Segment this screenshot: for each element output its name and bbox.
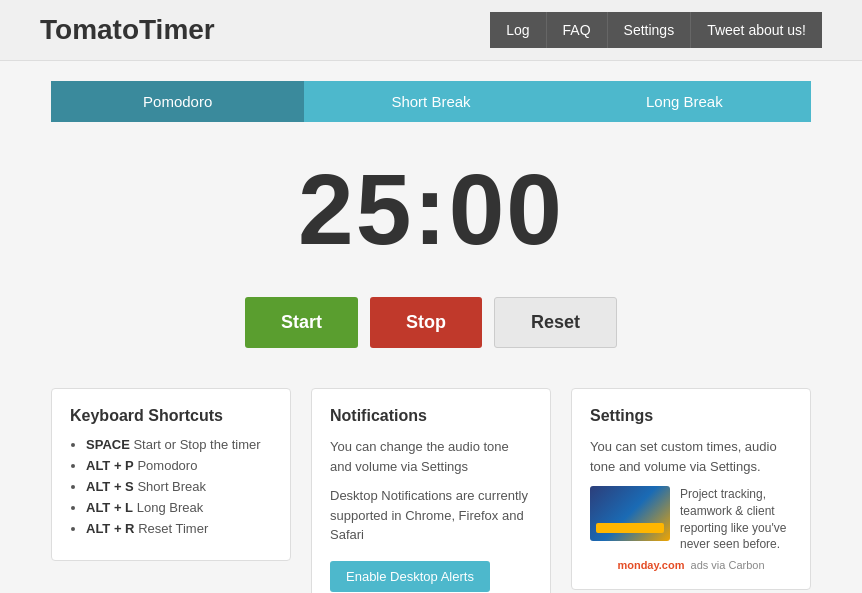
- shortcuts-title: Keyboard Shortcuts: [70, 407, 272, 425]
- shortcut-altp: ALT + P Pomodoro: [86, 458, 272, 473]
- reset-button[interactable]: Reset: [494, 297, 617, 348]
- ad-image[interactable]: [590, 486, 670, 541]
- tab-long-break[interactable]: Long Break: [558, 81, 811, 122]
- nav-settings[interactable]: Settings: [608, 12, 692, 48]
- settings-title: Settings: [590, 407, 792, 425]
- shortcuts-card: Keyboard Shortcuts SPACE Start or Stop t…: [51, 388, 291, 561]
- timer-tabs: Pomodoro Short Break Long Break: [51, 81, 811, 122]
- app-logo: TomatoTimer: [40, 14, 215, 46]
- timer-controls: Start Stop Reset: [51, 297, 811, 348]
- start-button[interactable]: Start: [245, 297, 358, 348]
- ad-via: ads via Carbon: [691, 559, 765, 571]
- shortcuts-list: SPACE Start or Stop the timer ALT + P Po…: [70, 437, 272, 536]
- settings-card: Settings You can set custom times, audio…: [571, 388, 811, 590]
- main-content: Pomodoro Short Break Long Break 25:00 St…: [31, 61, 831, 593]
- shortcut-altr: ALT + R Reset Timer: [86, 521, 272, 536]
- notifications-text2: Desktop Notifications are currently supp…: [330, 486, 532, 545]
- info-cards: Keyboard Shortcuts SPACE Start or Stop t…: [51, 388, 811, 593]
- notifications-card: Notifications You can change the audio t…: [311, 388, 551, 593]
- stop-button[interactable]: Stop: [370, 297, 482, 348]
- ad-footer: monday.com ads via Carbon: [590, 559, 792, 571]
- shortcut-altl: ALT + L Long Break: [86, 500, 272, 515]
- ad-tagline: Project tracking, teamwork & client repo…: [680, 486, 792, 553]
- nav-bar: Log FAQ Settings Tweet about us!: [490, 12, 822, 48]
- shortcut-alts: ALT + S Short Break: [86, 479, 272, 494]
- shortcut-space: SPACE Start or Stop the timer: [86, 437, 272, 452]
- ad-brand: monday.com: [617, 559, 684, 571]
- header: TomatoTimer Log FAQ Settings Tweet about…: [0, 0, 862, 61]
- nav-log[interactable]: Log: [490, 12, 546, 48]
- enable-alerts-button[interactable]: Enable Desktop Alerts: [330, 561, 490, 592]
- nav-tweet[interactable]: Tweet about us!: [691, 12, 822, 48]
- tab-pomodoro[interactable]: Pomodoro: [51, 81, 304, 122]
- settings-text: You can set custom times, audio tone and…: [590, 437, 792, 476]
- tab-short-break[interactable]: Short Break: [304, 81, 557, 122]
- notifications-title: Notifications: [330, 407, 532, 425]
- notifications-text1: You can change the audio tone and volume…: [330, 437, 532, 476]
- timer-display: 25:00: [51, 152, 811, 267]
- ad-area: Project tracking, teamwork & client repo…: [590, 486, 792, 553]
- nav-faq[interactable]: FAQ: [547, 12, 608, 48]
